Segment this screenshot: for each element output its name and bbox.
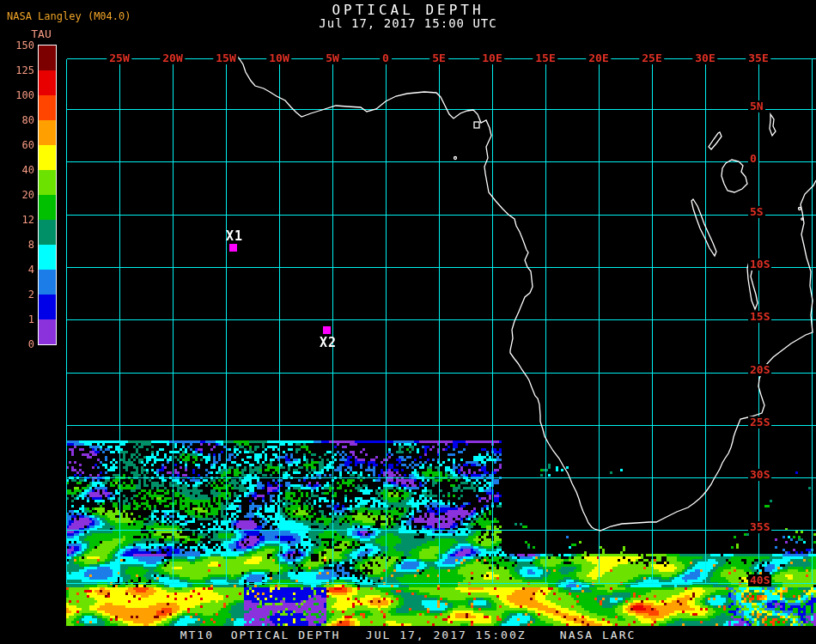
pemba-island xyxy=(801,218,803,220)
colorbar-tick-150: 150 xyxy=(0,39,34,52)
colorbar-tick-0: 0 xyxy=(0,338,34,350)
status-bar: MT10 OPTICAL DEPTH JUL 17, 2017 15:00Z N… xyxy=(0,626,816,644)
colorbar-tick-20: 20 xyxy=(0,189,34,201)
colorbar-tick-60: 60 xyxy=(0,139,34,151)
lake-turkana-outline xyxy=(770,114,776,136)
colorbar-segment-8-12 xyxy=(39,220,56,245)
colorbar-segment-12-20 xyxy=(39,195,56,220)
map-grid-and-coastline xyxy=(0,0,816,644)
lake-albert-outline xyxy=(709,132,722,149)
colorbar xyxy=(38,45,57,345)
lon-label-10e: 10E xyxy=(479,52,504,64)
africa-coastline xyxy=(238,57,816,531)
lat-label-35s: 35S xyxy=(748,521,771,533)
colorbar-tick-2: 2 xyxy=(0,289,34,301)
lon-label-5w: 5W xyxy=(323,52,342,64)
lat-label-5s: 5S xyxy=(748,206,765,218)
lat-label-30s: 30S xyxy=(748,469,771,481)
colorbar-segment-2-4 xyxy=(39,270,56,295)
colorbar-segment-60-80 xyxy=(39,120,56,145)
colorbar-segment-100-125 xyxy=(39,70,56,95)
lon-label-25w: 25W xyxy=(107,52,131,64)
lat-label-5n: 5N xyxy=(748,100,765,112)
lon-label-0: 0 xyxy=(380,52,392,64)
lon-label-30e: 30E xyxy=(692,52,717,64)
lake-victoria-outline xyxy=(722,160,747,192)
lon-label-5e: 5E xyxy=(429,52,448,64)
marker-square xyxy=(229,244,237,252)
bioko-island xyxy=(474,122,479,128)
colorbar-tick-12: 12 xyxy=(0,214,34,226)
colorbar-tick-8: 8 xyxy=(0,239,34,251)
colorbar-segment-4-8 xyxy=(39,245,56,270)
lon-label-20e: 20E xyxy=(586,52,611,64)
lon-label-35e: 35E xyxy=(746,52,770,64)
lon-label-20w: 20W xyxy=(160,52,185,64)
lon-label-15e: 15E xyxy=(533,52,557,64)
sao-tome-island xyxy=(454,157,457,160)
colorbar-title: TAU xyxy=(24,27,58,40)
lat-lon-grid xyxy=(67,59,816,584)
colorbar-tick-1: 1 xyxy=(0,313,34,325)
colorbar-segment-0-1 xyxy=(39,319,56,344)
lat-label-15s: 15S xyxy=(748,311,771,323)
colorbar-tick-4: 4 xyxy=(0,264,34,276)
zanzibar-island xyxy=(799,208,801,210)
marker-label: X2 xyxy=(320,335,337,350)
marker-square xyxy=(323,326,331,334)
lon-label-15w: 15W xyxy=(213,52,238,64)
colorbar-tick-40: 40 xyxy=(0,164,34,176)
colorbar-segment-80-100 xyxy=(39,95,56,120)
colorbar-tick-100: 100 xyxy=(0,89,34,101)
colorbar-segment-40-60 xyxy=(39,145,56,170)
lat-label-25s: 25S xyxy=(748,416,771,428)
colorbar-segment-1-2 xyxy=(39,295,56,319)
lon-label-10w: 10W xyxy=(266,52,291,64)
optical-depth-map-viewer: NASA Langley (M04.0) OPTICAL DEPTH Jul 1… xyxy=(0,0,816,644)
timestamp-label: Jul 17, 2017 15:00 UTC xyxy=(0,16,816,30)
lat-label-20s: 20S xyxy=(748,364,771,376)
lake-tanganyika-outline xyxy=(691,199,716,256)
lat-label-40s: 40S xyxy=(748,574,771,586)
colorbar-segment-125-150 xyxy=(39,46,56,70)
marker-label: X1 xyxy=(226,228,243,244)
lat-label-10s: 10S xyxy=(748,258,771,270)
colorbar-segment-20-40 xyxy=(39,170,56,195)
lon-label-25e: 25E xyxy=(639,52,664,64)
lat-label-0: 0 xyxy=(748,153,758,165)
colorbar-tick-125: 125 xyxy=(0,64,34,76)
colorbar-tick-80: 80 xyxy=(0,114,34,126)
